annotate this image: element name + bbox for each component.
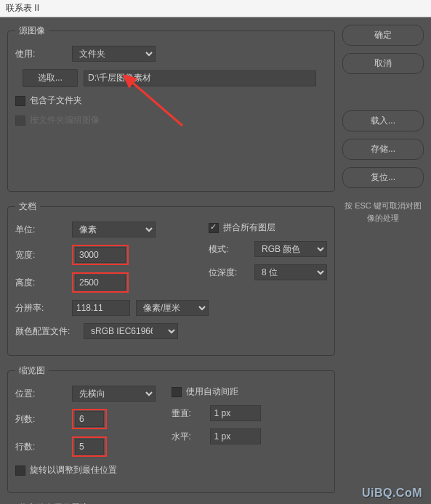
- rotate-label: 旋转以调整到最佳位置: [30, 464, 117, 476]
- position-select[interactable]: 先横向: [72, 386, 156, 402]
- include-subfolders-checkbox[interactable]: [15, 96, 25, 106]
- esc-hint: 按 ESC 键可取消对图像的处理: [342, 200, 424, 224]
- horizontal-label: 水平:: [172, 431, 204, 443]
- choose-button[interactable]: 选取...: [23, 69, 78, 87]
- cancel-button[interactable]: 取消: [342, 53, 424, 74]
- depth-label: 位深度:: [209, 267, 249, 279]
- rotate-checkbox[interactable]: [15, 466, 25, 476]
- use-label: 使用:: [15, 48, 66, 60]
- vertical-input[interactable]: [210, 405, 261, 421]
- auto-spacing-checkbox[interactable]: [172, 387, 182, 397]
- load-button[interactable]: 载入...: [342, 110, 424, 131]
- auto-spacing-label: 使用自动间距: [186, 386, 238, 398]
- group-by-folder-label: 按文件夹编组图像: [30, 114, 100, 126]
- source-legend: 源图像: [15, 25, 49, 37]
- width-input[interactable]: [75, 247, 126, 263]
- reset-button[interactable]: 复位...: [342, 167, 424, 188]
- document-group: 文档 单位: 像素 宽度: 高度: 分辨率: [7, 200, 335, 356]
- width-highlight: [72, 245, 129, 265]
- ok-button[interactable]: 确定: [342, 25, 424, 46]
- position-label: 位置:: [15, 388, 66, 400]
- save-button[interactable]: 存储...: [342, 139, 424, 160]
- thumbnail-group: 缩览图 位置: 先横向 列数: 行数:: [7, 365, 335, 493]
- resolution-label: 分辨率:: [15, 302, 66, 314]
- path-input[interactable]: [84, 70, 316, 86]
- width-label: 宽度:: [15, 249, 66, 261]
- cols-label: 列数:: [15, 413, 66, 426]
- cols-input[interactable]: [75, 411, 104, 427]
- resolution-input[interactable]: [72, 300, 130, 316]
- rows-label: 行数:: [15, 441, 66, 453]
- profile-label: 颜色配置文件:: [15, 325, 78, 338]
- document-legend: 文档: [15, 200, 40, 213]
- group-by-folder-checkbox: [15, 115, 25, 126]
- watermark: UiBQ.CoM: [362, 487, 422, 500]
- thumbnail-legend: 缩览图: [15, 365, 49, 377]
- cols-highlight: [72, 409, 107, 429]
- profile-select[interactable]: sRGB IEC61966-2.1: [84, 323, 178, 339]
- unit-select[interactable]: 像素: [72, 221, 156, 237]
- vertical-label: 垂直:: [172, 407, 204, 420]
- depth-select[interactable]: 8 位: [254, 264, 327, 280]
- flatten-checkbox[interactable]: [209, 223, 219, 233]
- flatten-label: 拼合所有图层: [223, 221, 275, 234]
- source-group: 源图像 使用: 文件夹 选取... 包含子文件夹 按文件夹编组图像: [7, 25, 335, 192]
- rows-input[interactable]: [75, 439, 104, 455]
- horizontal-input[interactable]: [210, 428, 261, 444]
- use-select[interactable]: 文件夹: [72, 46, 156, 62]
- unit-label: 单位:: [15, 224, 66, 236]
- height-highlight: [72, 272, 129, 293]
- rows-highlight: [72, 436, 107, 457]
- mode-label: 模式:: [209, 243, 249, 256]
- include-subfolders-label: 包含子文件夹: [30, 94, 82, 107]
- height-input[interactable]: [75, 275, 126, 290]
- resolution-unit-select[interactable]: 像素/厘米: [136, 300, 209, 316]
- window-title: 联系表 II: [0, 0, 431, 17]
- height-label: 高度:: [15, 277, 66, 289]
- mode-select[interactable]: RGB 颜色: [254, 241, 327, 257]
